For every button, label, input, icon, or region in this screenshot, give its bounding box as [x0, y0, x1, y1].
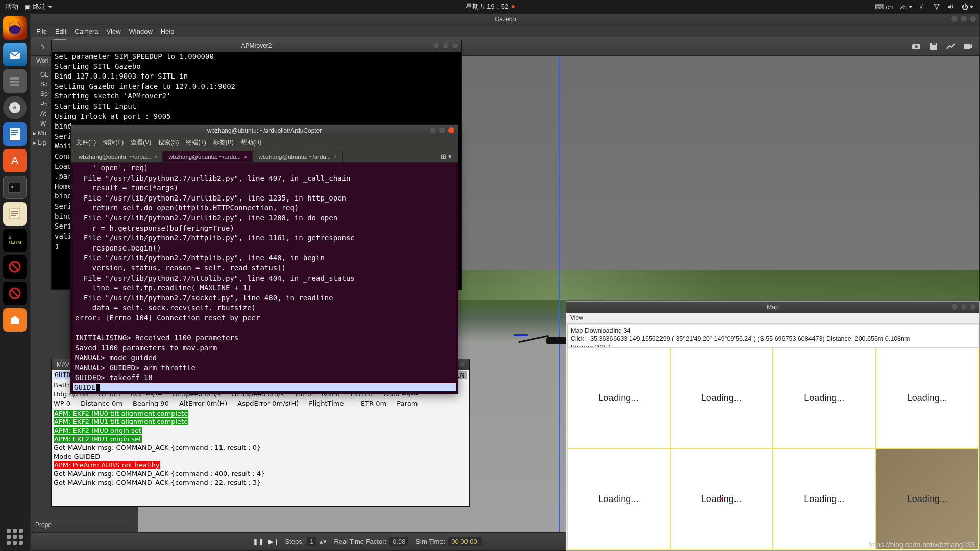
show-apps-button[interactable]: [7, 529, 23, 545]
files-app-icon[interactable]: [3, 69, 27, 93]
stop2-app-icon[interactable]: [3, 282, 27, 305]
network-icon[interactable]: [933, 3, 940, 10]
terminal-app-icon[interactable]: >_: [3, 176, 27, 199]
thunderbird-app-icon[interactable]: [3, 43, 27, 66]
minimize-button[interactable]: [951, 303, 958, 310]
close-button[interactable]: [459, 361, 466, 368]
log-line: Got MAVLink msg: COMMAND_ACK {command : …: [54, 444, 261, 452]
arducopter-tabbar: wbzhang@ubuntu: ~/ardu...× wbzhang@ubunt…: [71, 148, 458, 163]
record-icon[interactable]: [961, 39, 975, 54]
close-icon[interactable]: ×: [154, 154, 157, 160]
svg-line-20: [11, 290, 18, 297]
menu-search[interactable]: 搜索(S): [158, 138, 179, 147]
close-icon[interactable]: ×: [244, 154, 247, 160]
map-tile: Loading...: [567, 448, 670, 549]
close-button[interactable]: [451, 42, 458, 49]
clock[interactable]: 星期五 19：52: [465, 2, 509, 11]
save-icon[interactable]: [926, 39, 941, 54]
arducopter-menubar: 文件(F) 编辑(E) 查看(V) 搜索(S) 终端(T) 标签(B) 帮助(H…: [71, 136, 458, 148]
log-line: APM: EKF2 IMU0 origin set: [54, 427, 142, 434]
terminal-tiny-icon: ▣: [24, 3, 31, 11]
arducopter-window: wbzhang@ubuntu: ~/ardupilot/ArduCopter 文…: [70, 124, 458, 394]
minimize-button[interactable]: [433, 42, 440, 49]
steps-value[interactable]: 1: [307, 537, 316, 546]
close-button[interactable]: [448, 127, 455, 134]
minimize-button[interactable]: [429, 127, 436, 134]
menu-tabs[interactable]: 标签(B): [213, 138, 234, 147]
ime-indicator[interactable]: ⌨ cn: [875, 3, 893, 11]
active-app-label[interactable]: 终端: [33, 2, 46, 11]
terminal-tab[interactable]: wbzhang@ubuntu: ~/ardu...×: [163, 151, 253, 162]
activities-button[interactable]: 活动: [5, 2, 18, 11]
firefox-app-icon[interactable]: [3, 16, 27, 40]
stat-item: FlightTime --: [309, 399, 351, 408]
maximize-button[interactable]: [960, 303, 967, 310]
close-button[interactable]: [969, 15, 976, 22]
lang-indicator[interactable]: zh: [900, 3, 913, 11]
menu-camera[interactable]: Camera: [75, 28, 98, 35]
step-button[interactable]: ▶❙: [270, 538, 278, 546]
rtf-label: Real Time Factor:: [334, 538, 386, 545]
log-line: APM: EKF2 IMU0 tilt alignment complete: [54, 410, 188, 417]
z-axis-line: [559, 56, 560, 532]
map-titlebar[interactable]: Map: [566, 302, 979, 313]
arducopter-prompt[interactable]: GUIDE: [73, 383, 456, 391]
menu-file[interactable]: 文件(F): [76, 138, 96, 147]
magnet-icon[interactable]: ∩: [35, 39, 50, 54]
gazebo-titlebar[interactable]: Gazebo: [31, 14, 979, 25]
map-tile-grid[interactable]: Loading... Loading... Loading... Loading…: [567, 347, 978, 549]
pause-button[interactable]: ❚❚: [254, 538, 262, 546]
maximize-button[interactable]: [438, 127, 446, 134]
writer-app-icon[interactable]: [3, 122, 27, 146]
menu-help[interactable]: 帮助(H): [241, 138, 262, 147]
notification-dot-icon: [511, 5, 514, 8]
menu-edit[interactable]: Edit: [55, 28, 66, 35]
map-tile: Loading...✶: [670, 448, 773, 549]
disks-app-icon[interactable]: [3, 96, 27, 119]
gazebo-app-icon[interactable]: [3, 308, 27, 332]
arducopter-terminal[interactable]: '_open', req) File "/usr/lib/python2.7/u…: [73, 163, 456, 391]
volume-icon[interactable]: [947, 3, 954, 10]
map-window: Map View Map Downloading 34 Click: -35.3…: [566, 301, 980, 551]
chart-icon[interactable]: [944, 39, 958, 54]
menu-view[interactable]: View: [570, 314, 583, 321]
menu-window[interactable]: Window: [129, 28, 153, 35]
terminal-tab[interactable]: wbzhang@ubuntu: ~/ardu...×: [253, 151, 342, 162]
menu-view[interactable]: View: [107, 28, 121, 35]
map-menubar: View: [566, 313, 979, 324]
software-app-icon[interactable]: A: [3, 149, 27, 172]
property-header[interactable]: Prope: [31, 519, 138, 532]
xterm-app-icon[interactable]: XTERM: [3, 229, 27, 252]
top-panel: 活动 ▣ 终端 星期五 19：52 ⌨ cn zh ☾ ⏻: [0, 0, 980, 13]
log-line: Got MAVLink msg: COMMAND_ACK {command : …: [54, 479, 261, 486]
menu-help[interactable]: Help: [161, 28, 175, 35]
log-line: APM: PreArm: AHRS not healthy: [54, 461, 160, 469]
menu-edit[interactable]: 编辑(E): [103, 138, 124, 147]
stop1-app-icon[interactable]: [3, 255, 27, 279]
mav-title: MAV: [57, 361, 69, 368]
chevron-down-icon: [970, 6, 974, 8]
svg-rect-13: [11, 134, 16, 135]
close-button[interactable]: [969, 303, 976, 310]
minimize-button[interactable]: [951, 15, 958, 22]
power-icon[interactable]: ⏻: [962, 3, 974, 11]
menu-terminal[interactable]: 终端(T): [186, 138, 206, 147]
arducopter-titlebar[interactable]: wbzhang@ubuntu: ~/ardupilot/ArduCopter: [71, 125, 458, 136]
svg-point-9: [13, 106, 16, 109]
night-icon[interactable]: ☾: [920, 3, 926, 11]
gazebo-menubar: File Edit Camera View Window Help: [31, 25, 979, 37]
maximize-button[interactable]: [442, 42, 449, 49]
camera-icon[interactable]: [909, 39, 923, 54]
close-icon[interactable]: ×: [334, 154, 337, 160]
terminal-tab[interactable]: wbzhang@ubuntu: ~/ardu...×: [73, 151, 163, 162]
menu-file[interactable]: File: [36, 28, 47, 35]
log-line: Got MAVLink msg: COMMAND_ACK {command : …: [54, 470, 265, 478]
chevron-down-icon[interactable]: [48, 6, 52, 8]
new-tab-button[interactable]: ⊞ ▾: [436, 151, 456, 162]
menu-view[interactable]: 查看(V): [131, 138, 151, 147]
text-editor-app-icon[interactable]: [3, 202, 27, 226]
steps-spin-icon[interactable]: ▴▾: [320, 538, 327, 545]
apmrover-titlebar[interactable]: APMrover2: [52, 40, 461, 52]
maximize-button[interactable]: [960, 15, 967, 22]
svg-rect-25: [964, 44, 970, 49]
